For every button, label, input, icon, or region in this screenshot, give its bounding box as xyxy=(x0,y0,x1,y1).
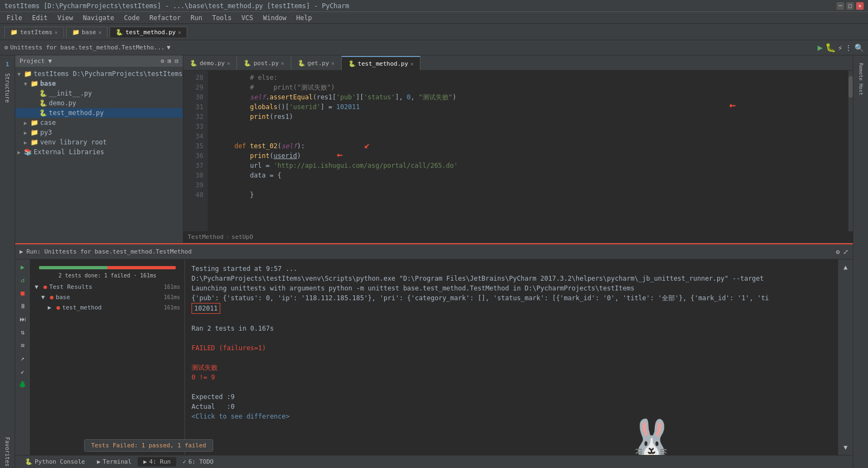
scroll-up-button[interactable]: ▲ xyxy=(840,262,851,273)
tab-base[interactable]: 📁 base ✕ xyxy=(66,27,108,37)
code-line-36: print(userid) ← xyxy=(212,151,844,161)
menu-tools[interactable]: Tools xyxy=(208,13,236,23)
tab-close-btn[interactable]: ✕ xyxy=(281,60,284,66)
menu-refactor[interactable]: Refactor xyxy=(145,13,185,23)
expand-icon[interactable]: ⤢ xyxy=(843,248,848,256)
breadcrumb-bar: TestMethod › setUpO xyxy=(183,231,853,243)
code-line-30: self.assertEqual(res1['pub']['status'], … xyxy=(212,92,844,102)
search-button[interactable]: 🔍 xyxy=(854,43,864,52)
debug-button[interactable]: 🐛 xyxy=(825,42,836,53)
scroll-down-button[interactable]: ▼ xyxy=(840,442,851,453)
favorites-icon[interactable]: Favorites xyxy=(1,435,14,468)
menu-code[interactable]: Code xyxy=(120,13,144,23)
run-stop-button[interactable]: ■ xyxy=(17,288,28,299)
tree-button[interactable]: 🌲 xyxy=(17,379,28,390)
test-time: 161ms xyxy=(164,305,180,311)
tab-label: test_method.py xyxy=(358,60,409,67)
tree-item-test-method[interactable]: 🐍 test_method.py xyxy=(15,108,183,118)
structure-icon[interactable]: Structure xyxy=(1,72,14,104)
run-rerun-button[interactable]: ▶ xyxy=(17,262,28,273)
tree-label: demo.py xyxy=(49,99,76,107)
remote-host-icon[interactable]: Remote Host xyxy=(854,58,867,101)
tree-item-ext-libs[interactable]: ▶ 📚 External Libraries xyxy=(15,147,183,157)
tree-arrow: ▶ xyxy=(24,130,30,136)
code-line-34 xyxy=(212,131,844,141)
close-button[interactable]: ✕ xyxy=(856,2,864,10)
test-results-panel: 2 tests done: 1 failed · 161ms ▼ ● Test … xyxy=(30,260,185,455)
tab-run[interactable]: ▶ 4: Run xyxy=(138,457,176,466)
menu-window[interactable]: Window xyxy=(259,13,291,23)
arrow-indicator-2: ↙ xyxy=(364,140,370,150)
menu-view[interactable]: View xyxy=(53,13,78,23)
run-icon: ▶ xyxy=(20,248,23,255)
tab-testitems[interactable]: 📁 testItems ✕ xyxy=(4,27,64,37)
run-config: ⚙ Unittests for base.test_method.TestMet… xyxy=(4,44,170,51)
run-pause-button[interactable]: ⏸ xyxy=(17,301,28,312)
line-numbers: 28 29 30 31 32 33 34 35 36 37 38 39 40 xyxy=(183,71,208,231)
sort-button[interactable]: ⇅ xyxy=(17,327,28,338)
menu-edit[interactable]: Edit xyxy=(28,13,52,23)
menu-help[interactable]: Help xyxy=(292,13,316,23)
test-result-root[interactable]: ▼ ● Test Results 161ms xyxy=(30,282,184,292)
test-result-test-method[interactable]: ▶ ● test_method 161ms xyxy=(30,302,184,313)
editor-tab-post[interactable]: 🐍 post.py ✕ xyxy=(237,56,291,70)
menu-vcs[interactable]: VCS xyxy=(237,13,258,23)
menu-file[interactable]: File xyxy=(2,13,27,23)
folder-icon: 📁 xyxy=(30,138,39,146)
tab-terminal[interactable]: ▶ Terminal xyxy=(92,457,137,466)
tree-item-venv[interactable]: ▶ 📁 venv library root xyxy=(15,137,183,147)
sidebar-header: Project ▼ ⚙ ⊞ ⊟ xyxy=(15,55,183,67)
run-button[interactable]: ▶ xyxy=(818,42,823,53)
export-button[interactable]: ↗ xyxy=(17,353,28,364)
code-editor[interactable]: 28 29 30 31 32 33 34 35 36 37 38 39 40 xyxy=(183,71,853,231)
run-config-dropdown[interactable]: ▼ xyxy=(167,44,170,51)
editor-tab-demo[interactable]: 🐍 demo.py ✕ xyxy=(183,56,237,70)
settings-icon[interactable]: ⚙ xyxy=(836,248,840,256)
tree-item-base[interactable]: ▼ 📁 base xyxy=(15,79,183,88)
filter-button[interactable]: ≡ xyxy=(17,340,28,351)
editor-tab-test-method[interactable]: 🐍 test_method.py ✕ xyxy=(342,56,421,70)
todo-icon: ✓ xyxy=(183,458,187,465)
console-line-diff[interactable]: <Click to see difference> xyxy=(192,412,831,421)
maximize-button[interactable]: □ xyxy=(846,2,854,10)
tree-item-init[interactable]: 🐍 __init__.py xyxy=(15,88,183,98)
console-line-3: Launching unittests with arguments pytho… xyxy=(192,283,831,293)
project-icon[interactable]: 1 xyxy=(1,58,14,71)
tree-item-case[interactable]: ▶ 📁 case xyxy=(15,118,183,128)
editor-scrollbar[interactable] xyxy=(848,71,853,231)
tree-item-demo[interactable]: 🐍 demo.py xyxy=(15,98,183,108)
tab-todo[interactable]: ✓ 6: TODO xyxy=(177,457,219,466)
console-line-actual: Actual :0 xyxy=(192,402,831,412)
tab-close-btn[interactable]: ✕ xyxy=(410,61,413,67)
coverage-button[interactable]: ⚡ xyxy=(838,43,843,52)
menubar: File Edit View Navigate Code Refactor Ru… xyxy=(0,12,868,24)
tree-item-py3[interactable]: ▶ 📁 py3 xyxy=(15,128,183,137)
tree-item-testitems[interactable]: ▼ 📁 testItems D:\PycharmProjects\testIte… xyxy=(15,69,183,79)
tab-test-method[interactable]: 🐍 test_method.py ✕ xyxy=(110,27,187,37)
tree-arrow: ▼ xyxy=(24,81,30,87)
test-status-icon: ● xyxy=(56,304,60,311)
right-icon-bar: Remote Host xyxy=(853,55,868,468)
run-config-buttons: ▶ 🐛 ⚡ ⋮ 🔍 xyxy=(818,42,864,53)
run-rerun-failed-button[interactable]: ↺ xyxy=(17,275,28,286)
tab-label: 4: Run xyxy=(149,458,171,465)
console-line-assert: 0 != 9 xyxy=(192,372,831,382)
main-wrapper: 1 Structure Favorites Project ▼ ⚙ ⊞ ⊟ ▼ … xyxy=(0,55,868,468)
sidebar-tools[interactable]: ⚙ ⊞ ⊟ xyxy=(161,58,178,65)
editor-tab-get[interactable]: 🐍 get.py ✕ xyxy=(291,56,342,70)
minimize-button[interactable]: ─ xyxy=(837,2,844,10)
import-button[interactable]: ↙ xyxy=(17,366,28,377)
tab-python-console[interactable]: 🐍 Python Console xyxy=(20,457,91,466)
test-item-label: base xyxy=(56,294,71,301)
run-step-button[interactable]: ⏭ xyxy=(17,314,28,325)
test-time: 161ms xyxy=(164,294,180,300)
menu-run[interactable]: Run xyxy=(186,13,207,23)
run-label: Run: Unittests for base.test_method.Test… xyxy=(27,248,192,255)
more-button[interactable]: ⋮ xyxy=(845,43,852,52)
tab-close-btn[interactable]: ✕ xyxy=(227,60,230,66)
tree-arrow: ▶ xyxy=(17,149,24,155)
tab-close-btn[interactable]: ✕ xyxy=(331,60,335,66)
folder-icon: 📁 xyxy=(30,80,39,87)
menu-navigate[interactable]: Navigate xyxy=(79,13,119,23)
test-result-base[interactable]: ▼ ● base 161ms xyxy=(30,292,184,302)
